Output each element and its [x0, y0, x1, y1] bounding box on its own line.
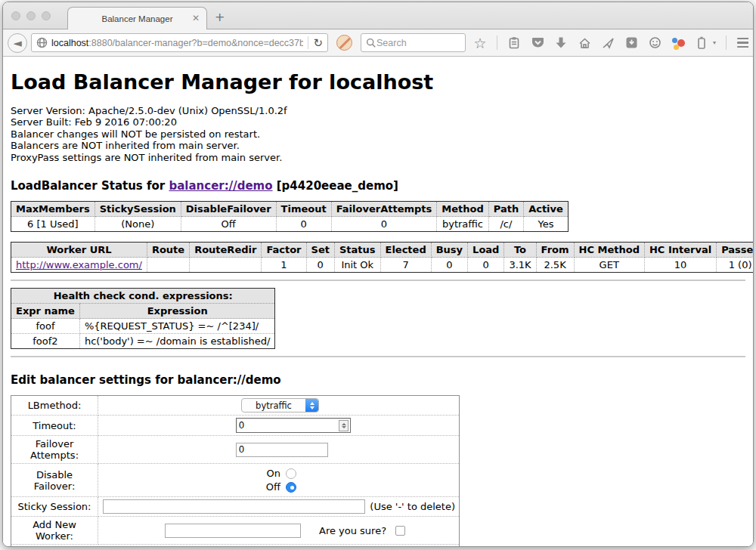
col-header: Worker URL [11, 243, 147, 258]
col-header: Set [306, 243, 334, 258]
content-blocker-icon[interactable] [336, 35, 352, 51]
video-download-icon[interactable] [624, 36, 638, 50]
cell: 0 [431, 258, 467, 273]
globe-icon [36, 37, 48, 48]
col-header: RouteRedir [190, 243, 262, 258]
tab-title: Balancer Manager [102, 14, 173, 23]
worker-url-link[interactable]: http://www.example.com/ [16, 259, 142, 270]
table-header-row: Expr name Expression [11, 304, 275, 319]
table-row: foof %{REQUEST_STATUS} =~ /^[234]/ [11, 319, 275, 334]
close-window-button[interactable] [11, 11, 20, 20]
form-row-lbmethod: LBmethod: bytraffic [11, 396, 460, 416]
col-header: Elected [380, 243, 431, 258]
screenshot-stage: Balancer Manager ✕ + ◄ localhost:8880/ba… [0, 0, 756, 550]
send-tab-icon[interactable] [601, 36, 615, 50]
lbmethod-label: LBmethod: [11, 396, 98, 416]
tab-balancer-manager[interactable]: Balancer Manager ✕ [67, 7, 207, 29]
add-worker-label: Add New Worker: [11, 517, 98, 545]
cell: 0 [468, 258, 504, 273]
search-input[interactable] [376, 38, 452, 48]
new-tab-button[interactable]: + [215, 11, 225, 23]
col-header: HC Method [574, 243, 644, 258]
col-header: From [536, 243, 574, 258]
table-header-row: MaxMembers StickySession DisableFailover… [11, 202, 569, 217]
health-check-table: Health check cond. expressions: Expr nam… [11, 288, 275, 349]
col-header: Timeout [276, 202, 331, 217]
cell: Off [181, 217, 276, 232]
table-header-row: Worker URL Route RouteRedir Factor Set S… [11, 243, 754, 258]
chevron-down-icon[interactable]: ▾ [713, 39, 716, 46]
url-domain: localhost [51, 38, 88, 48]
bookmark-star-icon[interactable]: ☆ [473, 36, 487, 50]
lbmethod-select[interactable]: bytraffic [241, 398, 319, 412]
col-header: MaxMembers [11, 202, 95, 217]
disable-failover-label: Disable Failover: [11, 464, 98, 497]
cell: 7 [380, 258, 431, 273]
color-dots-extension-icon[interactable] [671, 36, 685, 50]
worker-status-table: Worker URL Route RouteRedir Factor Set S… [11, 242, 753, 273]
cell: 3.1K [504, 258, 536, 273]
device-battery-icon[interactable] [695, 36, 708, 50]
clipboard-icon[interactable] [507, 36, 521, 50]
back-button[interactable]: ◄ [8, 33, 27, 53]
cell: Init Ok [334, 258, 380, 273]
failover-attempts-input[interactable] [236, 443, 328, 457]
form-row-add-worker: Add New Worker: Are you sure? [11, 517, 460, 545]
radio-off[interactable] [286, 482, 296, 493]
reload-icon[interactable]: ↻ [313, 36, 324, 50]
are-you-sure-checkbox[interactable] [395, 526, 405, 536]
form-row-submit: Submit [11, 545, 460, 547]
cell: (None) [94, 217, 181, 232]
cell: GET [574, 258, 644, 273]
cell: foof2 [11, 334, 80, 349]
home-icon[interactable] [578, 36, 591, 50]
health-table-title: Health check cond. expressions: [11, 289, 275, 304]
table-row: 6 [1 Used] (None) Off 0 0 bytraffic /c/ … [11, 217, 569, 232]
radio-on-label: On [261, 468, 280, 479]
sticky-session-hint: (Use '-' to delete) [370, 501, 456, 512]
cell: hc('body') =~ /domain is established/ [79, 334, 275, 349]
table-row: http://www.example.com/ 1 0 Init Ok 7 0 … [11, 258, 754, 273]
select-stepper-icon [305, 399, 318, 412]
col-header: HC Interval [644, 243, 716, 258]
downloads-icon[interactable] [554, 36, 568, 50]
zoom-window-button[interactable] [42, 11, 51, 20]
sticky-session-label: Sticky Session: [11, 497, 98, 517]
are-you-sure-label: Are you sure? [319, 525, 386, 536]
server-info: Server Version: Apache/2.5.0-dev (Unix) … [11, 105, 745, 163]
col-header: Expression [79, 304, 275, 319]
pocket-icon[interactable] [531, 36, 544, 50]
balancer-demo-link[interactable]: balancer://demo [169, 179, 272, 193]
timeout-input[interactable] [237, 420, 339, 431]
radio-on[interactable] [286, 468, 296, 479]
divider [11, 356, 745, 357]
form-row-failover-attempts: Failover Attempts: [11, 436, 460, 464]
notice-inherit-balancers: Balancers are NOT inherited from main se… [11, 140, 745, 151]
url-bar[interactable]: localhost:8880/balancer-manager?b=demo&n… [31, 33, 328, 52]
cell: 10 [644, 258, 716, 273]
toolbar-icons: ☆ [473, 36, 748, 50]
menu-hamburger-icon[interactable] [736, 36, 748, 50]
radio-off-label: Off [261, 481, 280, 493]
col-header: StickySession [94, 202, 181, 217]
search-bar[interactable] [361, 33, 466, 52]
tab-close-icon[interactable]: ✕ [192, 13, 200, 23]
sticky-session-input[interactable] [103, 499, 365, 514]
cell: /c/ [488, 217, 523, 232]
cell: 1 (0) [717, 258, 753, 273]
feedback-smiley-icon[interactable] [648, 36, 662, 50]
add-worker-input[interactable] [165, 524, 301, 538]
url-path: :8880/balancer-manager?b=demo&nonce=decc… [88, 38, 303, 48]
form-row-sticky-session: Sticky Session: (Use '-' to delete) [11, 497, 460, 517]
col-header: Load [468, 243, 504, 258]
col-header: Route [147, 243, 189, 258]
col-header: FailoverAttempts [331, 202, 437, 217]
minimize-window-button[interactable] [26, 11, 36, 20]
number-stepper-icon[interactable] [339, 420, 349, 431]
cell: foof [11, 319, 80, 334]
col-header: Status [334, 243, 380, 258]
page-title: Load Balancer Manager for localhost [11, 70, 745, 94]
cell: Yes [524, 217, 569, 232]
timeout-label: Timeout: [11, 416, 98, 436]
cell: 1 [262, 258, 306, 273]
